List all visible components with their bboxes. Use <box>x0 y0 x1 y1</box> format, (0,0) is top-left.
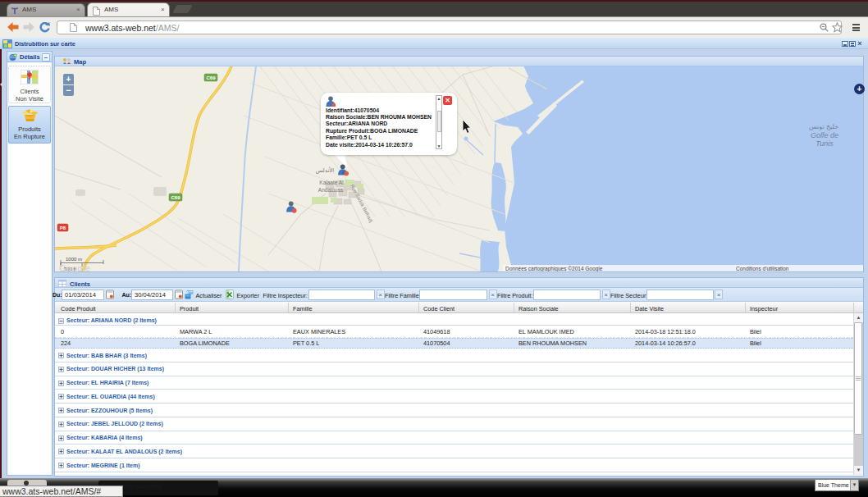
svg-text:C69: C69 <box>206 75 216 80</box>
svg-text:P8: P8 <box>60 226 66 230</box>
svg-text:Conditions d'utilisation: Conditions d'utilisation <box>736 266 789 271</box>
svg-text:C69: C69 <box>171 195 180 200</box>
svg-text:Données cartographiques ©2014: Données cartographiques ©2014 Google <box>505 266 603 271</box>
svg-text:Andalouss: Andalouss <box>318 187 344 193</box>
svg-text:Google: Google <box>59 263 90 271</box>
svg-text:Kalaate Al: Kalaate Al <box>319 180 344 185</box>
svg-text:1000 m: 1000 m <box>66 257 82 262</box>
svg-text:Golfe de: Golfe de <box>811 131 838 139</box>
svg-text:Tunis: Tunis <box>815 139 834 148</box>
svg-text:خليج تونس: خليج تونس <box>809 123 838 130</box>
